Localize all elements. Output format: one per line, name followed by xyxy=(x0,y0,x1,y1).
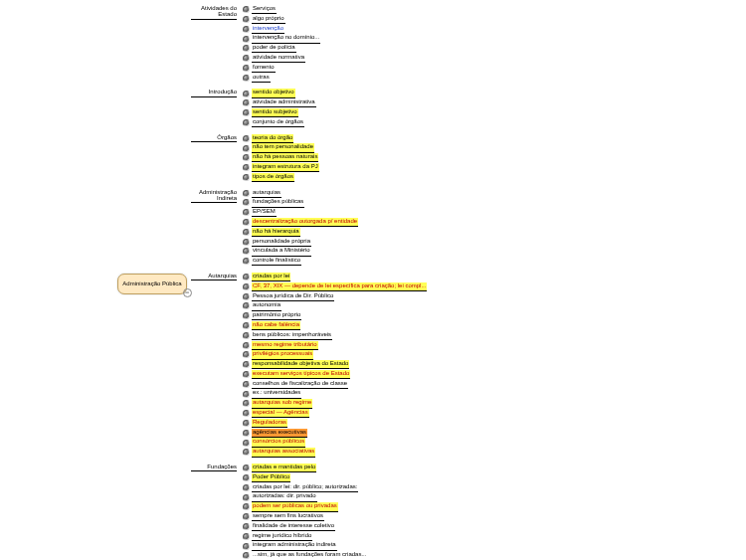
expand-dot-icon[interactable] xyxy=(243,65,250,72)
node[interactable]: podem ser públicas ou privadas xyxy=(243,502,367,511)
expand-dot-icon[interactable] xyxy=(243,381,250,388)
node[interactable]: fomento xyxy=(243,64,320,73)
expand-dot-icon[interactable] xyxy=(243,523,250,530)
expand-dot-icon[interactable] xyxy=(243,322,250,329)
node[interactable]: criadas por lei: dir. público; autorizad… xyxy=(243,483,367,492)
expand-dot-icon[interactable] xyxy=(243,440,250,447)
node[interactable]: controle finalístico xyxy=(243,257,358,266)
node[interactable]: intervenção no domínio... xyxy=(243,34,320,43)
expand-dot-icon[interactable] xyxy=(243,36,250,43)
node[interactable]: patrimônio próprio xyxy=(243,311,427,320)
expand-dot-icon[interactable] xyxy=(243,199,250,206)
node[interactable]: vinculada a Ministério xyxy=(243,247,358,256)
branch-label[interactable]: Introdução xyxy=(191,89,237,96)
node[interactable]: sentido subjetivo xyxy=(243,108,316,117)
node[interactable]: EP/SEM xyxy=(243,208,358,217)
expand-dot-icon[interactable] xyxy=(243,190,250,197)
expand-dot-icon[interactable] xyxy=(243,371,250,378)
node[interactable]: ex.: universidades xyxy=(243,389,427,398)
expand-dot-icon[interactable] xyxy=(243,543,250,550)
node[interactable]: conselhos de fiscalização de classe xyxy=(243,380,427,389)
branch-label[interactable]: Órgãos xyxy=(191,134,237,142)
node[interactable]: não cabe falência xyxy=(243,321,427,330)
node[interactable]: tipos de órgãos xyxy=(243,173,319,182)
node[interactable]: criadas e mantidas pelo xyxy=(243,464,367,472)
node[interactable]: não há hierarquia xyxy=(243,228,358,237)
expand-dot-icon[interactable] xyxy=(243,75,250,82)
expand-dot-icon[interactable] xyxy=(243,258,250,265)
expand-dot-icon[interactable] xyxy=(243,219,250,226)
expand-dot-icon[interactable] xyxy=(243,109,250,116)
node[interactable]: CF, 37, XIX — depende de lei específica … xyxy=(243,282,427,291)
node[interactable]: integram administração indireta xyxy=(243,541,367,550)
expand-dot-icon[interactable] xyxy=(243,430,250,437)
node[interactable]: algo próprio xyxy=(243,15,320,24)
expand-dot-icon[interactable] xyxy=(243,351,250,358)
branch-label[interactable]: Autarquias xyxy=(191,273,237,280)
expand-dot-icon[interactable] xyxy=(243,293,250,300)
node[interactable]: Reguladoras xyxy=(243,419,427,428)
node[interactable]: consórcios públicos xyxy=(243,438,427,447)
branch-label[interactable]: Administração Indireta xyxy=(191,189,237,204)
expand-dot-icon[interactable] xyxy=(243,45,250,52)
node[interactable]: descentralização outorgada p/ entidade xyxy=(243,218,358,227)
expand-dot-icon[interactable] xyxy=(243,494,250,501)
node[interactable]: fundações públicas xyxy=(243,198,358,207)
node[interactable]: outras xyxy=(243,74,320,83)
expand-dot-icon[interactable] xyxy=(243,302,250,309)
node[interactable]: sempre sem fins lucrativos xyxy=(243,512,367,521)
expand-dot-icon[interactable] xyxy=(243,135,250,142)
expand-dot-icon[interactable] xyxy=(243,16,250,23)
node[interactable]: sentido objetivo xyxy=(243,89,316,97)
node[interactable]: responsabilidade objetiva do Estado xyxy=(243,360,427,369)
node[interactable]: privilégios processuais xyxy=(243,350,427,359)
node[interactable]: atividade administrativa xyxy=(243,98,316,107)
node[interactable]: Serviços xyxy=(243,5,320,14)
expand-dot-icon[interactable] xyxy=(243,119,250,126)
branch-label[interactable]: Atividades do Estado xyxy=(191,5,237,20)
expand-dot-icon[interactable] xyxy=(243,55,250,62)
expand-dot-icon[interactable] xyxy=(243,465,250,471)
expand-dot-icon[interactable] xyxy=(243,552,250,559)
expand-dot-icon[interactable] xyxy=(243,533,250,540)
node[interactable]: autonomia xyxy=(243,301,427,310)
expand-dot-icon[interactable] xyxy=(243,164,250,171)
node[interactable]: não há pessoas naturais xyxy=(243,153,319,162)
node[interactable]: especial — Agências xyxy=(243,409,427,418)
node[interactable]: poder de polícia xyxy=(243,44,320,53)
expand-dot-icon[interactable] xyxy=(243,410,250,417)
expand-dot-icon[interactable] xyxy=(243,248,250,255)
expand-dot-icon[interactable] xyxy=(243,484,250,491)
expand-dot-icon[interactable] xyxy=(243,174,250,181)
node[interactable]: bens públicos: impenhoráveis xyxy=(243,331,427,340)
expand-dot-icon[interactable] xyxy=(243,474,250,481)
node[interactable]: autarquias associativas xyxy=(243,448,427,457)
expand-dot-icon[interactable] xyxy=(243,342,250,349)
expand-dot-icon[interactable] xyxy=(243,239,250,246)
node[interactable]: Pessoa jurídica de Dir. Público xyxy=(243,292,427,301)
expand-dot-icon[interactable] xyxy=(243,361,250,368)
expand-dot-icon[interactable] xyxy=(243,6,250,13)
node[interactable]: autorizadas: dir. privado xyxy=(243,492,367,501)
node[interactable]: intervenção xyxy=(243,25,320,34)
root-node[interactable]: Administração Pública xyxy=(117,274,187,294)
expand-dot-icon[interactable] xyxy=(243,209,250,216)
expand-dot-icon[interactable] xyxy=(243,283,250,290)
node[interactable]: autarquias xyxy=(243,189,358,198)
node[interactable]: atividade normativa xyxy=(243,54,320,63)
expand-dot-icon[interactable] xyxy=(243,274,250,280)
node[interactable]: não tem personalidade xyxy=(243,143,319,152)
node[interactable]: integram estrutura da PJ xyxy=(243,163,319,172)
expand-dot-icon[interactable] xyxy=(243,420,250,427)
expand-dot-icon[interactable] xyxy=(243,99,250,106)
node[interactable]: ...sim, já que as fundações foram criada… xyxy=(243,551,367,560)
expand-dot-icon[interactable] xyxy=(243,391,250,398)
expand-dot-icon[interactable] xyxy=(243,154,250,161)
node[interactable]: executam serviços típicos de Estado xyxy=(243,370,427,379)
node[interactable]: autarquias sob regime xyxy=(243,399,427,408)
expand-dot-icon[interactable] xyxy=(243,312,250,319)
node[interactable]: mesmo regime tributário xyxy=(243,341,427,350)
expand-dot-icon[interactable] xyxy=(243,513,250,520)
expand-dot-icon[interactable] xyxy=(243,400,250,407)
expand-dot-icon[interactable] xyxy=(243,449,250,456)
